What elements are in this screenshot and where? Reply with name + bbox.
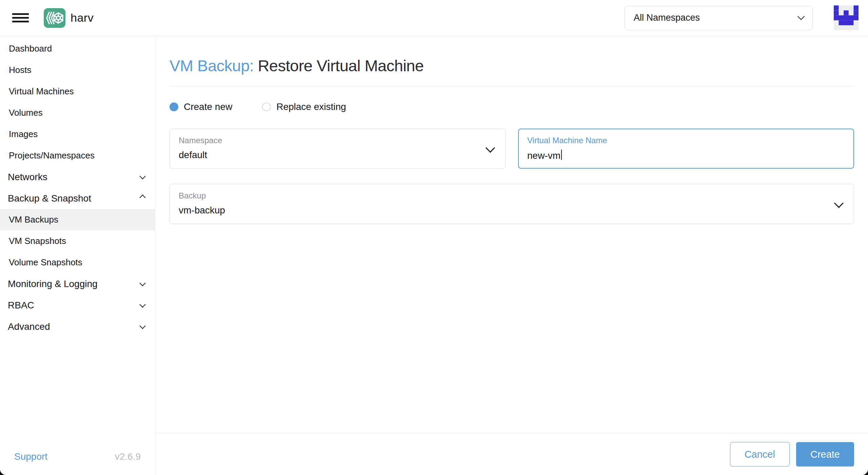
sidebar-item-vm-backups[interactable]: VM Backups bbox=[0, 209, 155, 230]
menu-icon[interactable] bbox=[12, 11, 29, 24]
sidebar-item-volumes[interactable]: Volumes bbox=[0, 102, 155, 124]
vm-name-input[interactable]: Virtual Machine Name new-vm bbox=[518, 129, 854, 169]
top-header: harv All Namespaces bbox=[0, 0, 868, 36]
sidebar-item-images[interactable]: Images bbox=[0, 124, 155, 145]
page-title: VM Backup:Restore Virtual Machine bbox=[170, 56, 854, 75]
namespace-filter-value: All Namespaces bbox=[634, 13, 700, 23]
product-name: harv bbox=[71, 11, 94, 24]
backup-label: Backup bbox=[179, 191, 845, 201]
chevron-down-icon bbox=[139, 173, 145, 179]
restore-form: Namespace default Virtual Machine Name n… bbox=[170, 129, 854, 224]
text-caret bbox=[561, 150, 562, 160]
app-window: harv All Namespaces Dashboard Hosts Virt… bbox=[0, 0, 868, 475]
action-bar: Cancel Create bbox=[155, 433, 868, 475]
namespace-select[interactable]: Namespace default bbox=[170, 129, 506, 169]
chevron-down-icon bbox=[139, 301, 145, 307]
chevron-down-icon bbox=[139, 323, 145, 329]
vm-name-label: Virtual Machine Name bbox=[527, 136, 845, 145]
chevron-up-icon bbox=[139, 194, 145, 201]
user-avatar[interactable] bbox=[834, 5, 859, 30]
restore-mode-radio-group: Create new Replace existing bbox=[170, 101, 854, 112]
title-divider bbox=[170, 86, 854, 87]
sidebar-item-projects-namespaces[interactable]: Projects/Namespaces bbox=[0, 145, 155, 166]
sidebar-footer: Support v2.6.9 bbox=[0, 438, 155, 475]
vm-name-value: new-vm bbox=[527, 150, 560, 161]
radio-create-new[interactable]: Create new bbox=[170, 101, 232, 112]
sidebar-item-virtual-machines[interactable]: Virtual Machines bbox=[0, 81, 155, 102]
cancel-button[interactable]: Cancel bbox=[730, 442, 790, 467]
sidebar-group-rbac[interactable]: RBAC bbox=[0, 294, 155, 316]
radio-selected-icon bbox=[170, 102, 178, 111]
main-panel: VM Backup:Restore Virtual Machine Create… bbox=[155, 36, 868, 475]
sidebar: Dashboard Hosts Virtual Machines Volumes… bbox=[0, 36, 155, 475]
backup-select[interactable]: Backup vm-backup bbox=[170, 184, 854, 224]
sidebar-group-monitoring-logging[interactable]: Monitoring & Logging bbox=[0, 273, 155, 294]
sidebar-group-networks[interactable]: Networks bbox=[0, 166, 155, 188]
sidebar-group-advanced[interactable]: Advanced bbox=[0, 316, 155, 337]
namespace-filter-select[interactable]: All Namespaces bbox=[625, 6, 813, 30]
namespace-label: Namespace bbox=[179, 136, 496, 145]
version-text: v2.6.9 bbox=[115, 451, 141, 462]
chevron-down-icon bbox=[139, 280, 145, 286]
sidebar-item-vm-snapshots[interactable]: VM Snapshots bbox=[0, 230, 155, 252]
chevron-down-icon bbox=[797, 13, 805, 20]
harvester-logo-icon[interactable] bbox=[44, 8, 65, 28]
support-link[interactable]: Support bbox=[14, 451, 47, 462]
page-title-backlink[interactable]: VM Backup: bbox=[170, 57, 254, 75]
radio-replace-existing[interactable]: Replace existing bbox=[262, 101, 346, 112]
sidebar-group-backup-snapshot[interactable]: Backup & Snapshot bbox=[0, 188, 155, 209]
sidebar-item-dashboard[interactable]: Dashboard bbox=[0, 38, 155, 59]
page-title-text: Restore Virtual Machine bbox=[258, 57, 423, 75]
sidebar-item-volume-snapshots[interactable]: Volume Snapshots bbox=[0, 252, 155, 273]
namespace-value: default bbox=[179, 150, 207, 160]
backup-value: vm-backup bbox=[179, 205, 225, 215]
radio-unselected-icon bbox=[262, 102, 271, 111]
create-button[interactable]: Create bbox=[796, 442, 854, 467]
sidebar-item-hosts[interactable]: Hosts bbox=[0, 59, 155, 81]
